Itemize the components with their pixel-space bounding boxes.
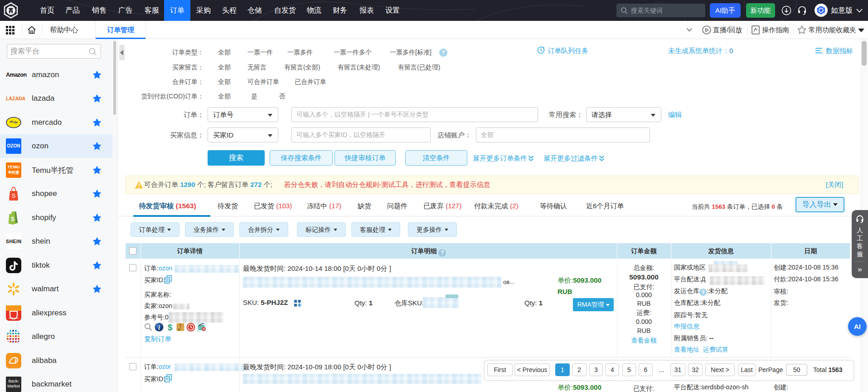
svg-text:i: i	[158, 324, 160, 331]
svg-text:$: $	[168, 323, 173, 332]
svg-text:S: S	[12, 192, 16, 199]
svg-text:S: S	[11, 216, 15, 222]
svg-text:AliExpress: AliExpress	[9, 317, 19, 319]
